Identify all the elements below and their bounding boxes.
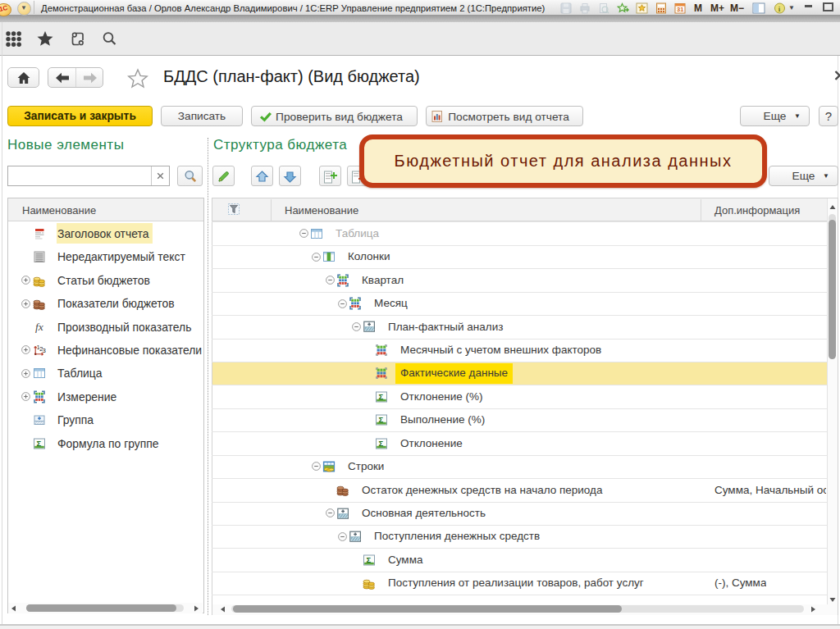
svg-text:Σ: Σ — [379, 438, 384, 447]
svg-text:Σ: Σ — [37, 438, 42, 447]
svg-text:Σ: Σ — [367, 554, 372, 563]
svg-text:3: 3 — [42, 347, 45, 354]
svg-text:fx: fx — [35, 321, 43, 333]
svg-text:Σ: Σ — [379, 415, 384, 424]
svg-text:Σ: Σ — [379, 391, 384, 400]
svg-text:31: 31 — [677, 6, 683, 13]
